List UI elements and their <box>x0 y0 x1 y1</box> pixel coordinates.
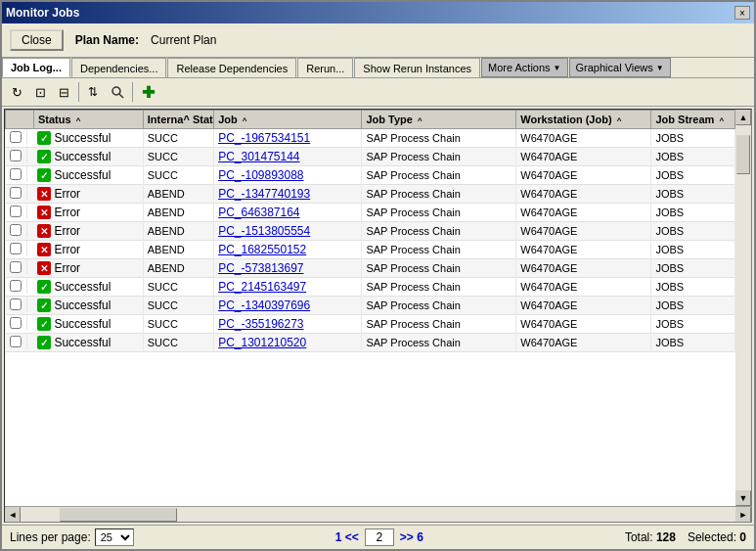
row-checkbox[interactable] <box>10 187 22 199</box>
page-first-prev-button[interactable]: 1 << <box>335 530 359 544</box>
hscroll-right-button[interactable]: ► <box>735 507 751 523</box>
refresh-button[interactable]: ↻ <box>6 81 27 103</box>
row-checkbox[interactable] <box>10 224 22 236</box>
table-row: ✕ErrorABENDPC_-1513805554SAP Process Cha… <box>6 222 735 241</box>
job-link[interactable]: PC_1301210520 <box>218 336 306 349</box>
tab-graphical-views[interactable]: Graphical Views ▼ <box>569 58 671 77</box>
lines-per-page-select[interactable]: 25 50 100 <box>95 528 134 546</box>
row-job-stream: JOBS <box>651 185 735 204</box>
add-button[interactable]: ✚ <box>137 81 158 103</box>
row-job-type: SAP Process Chain <box>362 204 516 222</box>
vertical-scrollbar[interactable]: ▲ ▼ <box>735 110 751 506</box>
row-job-type: SAP Process Chain <box>362 129 516 148</box>
page-current-input[interactable] <box>365 528 394 546</box>
workstation-sort-icon: ^ <box>617 116 622 125</box>
row-internal-status: ABEND <box>143 204 213 222</box>
table-scroll[interactable]: Status ^ Interna^ Status Job ^ Job Type … <box>5 110 735 506</box>
success-icon: ✓ <box>37 298 51 312</box>
job-link[interactable]: PC_-355196273 <box>218 317 303 331</box>
col-header-workstation[interactable]: Workstation (Job) ^ <box>516 111 651 129</box>
success-icon: ✓ <box>37 131 51 145</box>
sort-button[interactable]: ⇅ <box>83 81 105 103</box>
table-row: ✓SuccessfulSUCCPC_2145163497SAP Process … <box>6 278 735 297</box>
table-row: ✓SuccessfulSUCCPC_301475144SAP Process C… <box>6 148 735 166</box>
search-button[interactable] <box>107 81 128 103</box>
job-link[interactable]: PC_646387164 <box>218 206 299 219</box>
tab-show-rerun[interactable]: Show Rerun Instances <box>354 58 480 77</box>
row-checkbox-cell <box>6 315 27 331</box>
row-job: PC_-109893088 <box>214 166 362 185</box>
col-header-jobtype[interactable]: Job Type ^ <box>362 111 516 129</box>
row-status: ✓Successful <box>33 148 143 166</box>
col-header-internal[interactable]: Interna^ Status <box>143 111 213 129</box>
row-workstation: W6470AGE <box>516 204 651 222</box>
tab-rerun[interactable]: Rerun... <box>297 58 353 77</box>
copy1-button[interactable]: ⊡ <box>29 81 51 103</box>
success-icon: ✓ <box>37 150 51 163</box>
row-job-type: SAP Process Chain <box>362 222 516 241</box>
svg-point-1 <box>112 87 120 95</box>
row-checkbox[interactable] <box>10 336 22 347</box>
row-job: PC_-1513805554 <box>214 222 362 241</box>
row-internal-status: SUCC <box>143 166 213 185</box>
vscroll-track[interactable] <box>735 125 751 490</box>
job-link[interactable]: PC_-1513805554 <box>218 224 310 238</box>
row-job-stream: JOBS <box>651 241 735 259</box>
row-checkbox[interactable] <box>10 317 22 329</box>
row-checkbox[interactable] <box>10 131 22 143</box>
vscroll-up-button[interactable]: ▲ <box>735 110 751 125</box>
row-job-stream: JOBS <box>651 166 735 185</box>
row-checkbox[interactable] <box>10 150 22 161</box>
page-next-last-button[interactable]: >> 6 <box>400 530 423 544</box>
tab-job-log[interactable]: Job Log... <box>2 58 70 77</box>
job-link[interactable]: PC_2145163497 <box>218 280 306 294</box>
table-container: Status ^ Interna^ Status Job ^ Job Type … <box>5 110 751 506</box>
col-header-jobstream[interactable]: Job Stream ^ <box>651 111 735 129</box>
row-job: PC_-1967534151 <box>214 129 362 148</box>
row-internal-status: SUCC <box>143 315 213 334</box>
job-link[interactable]: PC_-109893088 <box>218 168 303 182</box>
row-checkbox[interactable] <box>10 280 22 292</box>
table-header-row: Status ^ Interna^ Status Job ^ Job Type … <box>6 111 735 129</box>
row-checkbox[interactable] <box>10 243 22 254</box>
hscroll-thumb[interactable] <box>60 508 177 522</box>
row-checkbox[interactable] <box>10 168 22 180</box>
hscroll-track[interactable] <box>21 507 735 523</box>
close-button[interactable]: Close <box>10 29 64 51</box>
job-link[interactable]: PC_-1340397696 <box>218 298 310 312</box>
selected-label: Selected: 0 <box>688 530 746 544</box>
row-checkbox[interactable] <box>10 261 22 273</box>
status-text: Successful <box>54 280 111 294</box>
table-row: ✕ErrorABENDPC_646387164SAP Process Chain… <box>6 204 735 222</box>
job-link[interactable]: PC_-1967534151 <box>218 131 310 145</box>
tab-release-dependencies[interactable]: Release Dependencies <box>167 58 296 77</box>
row-internal-status: SUCC <box>143 297 213 315</box>
col-header-status[interactable]: Status ^ <box>33 111 143 129</box>
vscroll-down-button[interactable]: ▼ <box>735 490 751 506</box>
row-job-type: SAP Process Chain <box>362 241 516 259</box>
row-workstation: W6470AGE <box>516 278 651 297</box>
hscroll-left-button[interactable]: ◄ <box>5 507 21 523</box>
status-bar: Lines per page: 25 50 100 1 << >> 6 Tota… <box>2 525 754 549</box>
tab-more-actions[interactable]: More Actions ▼ <box>481 58 568 77</box>
row-job-stream: JOBS <box>651 297 735 315</box>
row-checkbox-cell <box>6 297 27 312</box>
row-job-stream: JOBS <box>651 148 735 166</box>
job-link[interactable]: PC_1682550152 <box>218 243 306 256</box>
row-checkbox[interactable] <box>10 206 22 217</box>
tab-dependencies[interactable]: Dependencies... <box>71 58 167 77</box>
job-link[interactable]: PC_-573813697 <box>218 261 303 275</box>
job-link[interactable]: PC_-1347740193 <box>218 187 310 201</box>
col-header-job[interactable]: Job ^ <box>214 111 362 129</box>
copy2-button[interactable]: ⊟ <box>53 81 74 103</box>
row-workstation: W6470AGE <box>516 297 651 315</box>
row-checkbox[interactable] <box>10 298 22 310</box>
job-link[interactable]: PC_301475144 <box>218 150 299 163</box>
row-job: PC_301475144 <box>214 148 362 166</box>
table-main: Status ^ Interna^ Status Job ^ Job Type … <box>5 110 735 506</box>
window-close-button[interactable]: × <box>734 6 750 20</box>
row-workstation: W6470AGE <box>516 241 651 259</box>
vscroll-thumb[interactable] <box>736 135 750 174</box>
row-internal-status: ABEND <box>143 259 213 278</box>
horizontal-scrollbar[interactable]: ◄ ► <box>5 506 751 522</box>
